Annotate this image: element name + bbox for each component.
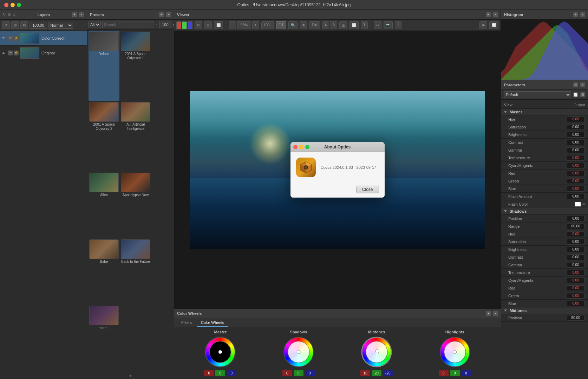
params-doc-icon[interactable]: 📄 [573,92,578,97]
param-shadows-green-input[interactable] [567,293,584,299]
layer-lock-icon[interactable]: ⚡ [14,36,19,41]
opacity-input[interactable]: 100.00 [30,22,47,29]
histogram-close[interactable]: × [580,12,585,17]
layers-panel-close[interactable]: × [79,12,84,17]
presets-count-input[interactable] [159,21,171,28]
param-brightness-input[interactable] [567,132,584,138]
zoom-out-btn[interactable]: − [229,21,236,29]
tab-colorwheels[interactable]: Color Wheels [197,319,228,327]
presets-panel-close[interactable]: × [166,12,171,17]
wheel-master-circle[interactable] [204,336,236,368]
settings-tool-icon[interactable]: ⊞ [204,21,212,29]
move-tool-icon[interactable]: ✥ [300,21,307,29]
param-shadows-brightness-input[interactable] [567,247,584,252]
blend-mode-select[interactable]: Normal [48,22,73,29]
param-green-input[interactable] [567,178,584,184]
param-shadows-range-input[interactable] [567,224,584,229]
b-btn[interactable]: B [330,21,337,29]
histogram-btn[interactable]: 📊 [489,21,498,29]
undo-btn[interactable]: ↩ [374,21,381,29]
colorwheels-expand[interactable]: + [486,311,491,316]
zoom-tool-icon[interactable]: 🔍 [288,21,298,29]
param-shadows-red-input[interactable] [567,285,584,291]
section-header-master[interactable]: Master [501,109,588,115]
camera-btn[interactable]: 📷 [384,21,393,29]
viewer-value-input[interactable] [261,21,274,29]
param-temperature-input[interactable] [567,155,584,161]
preset-item-default[interactable]: Default [89,31,119,101]
param-shadows-hue-input[interactable] [567,231,584,237]
param-midtones-position-input[interactable] [567,315,584,321]
preset-item-apocalypse[interactable]: Apocalypse Now [120,172,151,238]
split-view-btn[interactable]: ◫ [339,21,347,29]
text-tool-btn[interactable]: T [361,21,368,29]
flash-color-swatch[interactable] [575,202,581,207]
presets-search-input[interactable] [102,21,154,28]
layer-eye-icon-original[interactable]: 👁 [8,51,13,55]
zoom-value[interactable]: 53% [237,21,251,29]
param-hue-input[interactable] [567,117,584,122]
preset-item-ai[interactable]: A.I. Artificial Intelligence [120,101,151,171]
param-shadows-cyan-input[interactable] [567,278,584,283]
preset-item-alien[interactable]: Alien [89,172,119,238]
param-gamma-input[interactable] [567,147,584,153]
layer-item-original[interactable]: 👁 ⚡ Original [0,46,87,60]
layer-tool-reset[interactable]: ↺ [2,21,10,29]
colorwheels-close[interactable]: × [493,311,498,316]
params-expand[interactable]: ⊞ [573,82,578,87]
export-btn[interactable]: ⤴ [395,21,401,29]
channel-r-btn[interactable] [176,21,181,29]
preset-item-back[interactable]: Back to the Future [120,239,151,304]
minimize-button[interactable] [11,3,15,7]
compare-icon[interactable]: ⧉ [195,21,202,29]
params-preset-select[interactable]: Default [504,91,571,98]
monitor-icon[interactable]: ⬜ [214,21,223,29]
layer-lock-icon-original[interactable]: ⚡ [14,51,19,55]
param-shadows-saturation-input[interactable] [567,239,584,245]
close-button[interactable] [4,3,8,7]
param-flash-amount-input[interactable] [567,194,584,199]
modal-close-light[interactable] [293,145,298,149]
viewer-close[interactable]: × [493,12,498,17]
maximize-button[interactable] [17,3,21,7]
layer-item-color-correct[interactable]: 👁 ⚡ Color Correct [0,31,87,46]
zoom-in-btn[interactable]: + [252,21,259,29]
param-shadows-temperature-input[interactable] [567,270,584,275]
eyedropper-icon[interactable]: ✏ [582,202,585,206]
viewer-expand[interactable]: + [486,12,491,17]
param-contrast-input[interactable] [567,140,584,145]
fit-btn[interactable]: FIT [276,21,286,29]
param-blue-input[interactable] [567,186,584,192]
param-saturation-input[interactable] [567,124,584,130]
layers-panel-expand[interactable]: + [72,12,77,17]
param-shadows-position-input[interactable] [567,216,584,221]
section-header-shadows[interactable]: Shadows [501,208,588,215]
layer-tool-settings[interactable]: ⚙ [20,21,28,29]
preset-item-babe[interactable]: Babe [89,239,119,304]
param-shadows-blue-input[interactable] [567,301,584,306]
param-cyan-magenta-input[interactable] [567,163,584,168]
split-view-h-btn[interactable]: ⬜ [349,21,359,29]
section-header-midtones[interactable]: Midtones [501,307,588,314]
param-shadows-gamma-input[interactable] [567,262,584,268]
about-close-button[interactable]: Close [356,186,379,193]
channel-g-btn[interactable] [182,21,187,29]
histogram-expand[interactable]: + [573,12,578,17]
params-copy-icon[interactable]: ⊞ [580,92,585,97]
wheel-shadows-circle[interactable] [283,336,314,368]
layer-tool-grid[interactable]: ⊞ [11,21,19,29]
preset-item-space2[interactable]: 2001 A Space Odyssey 2 [89,101,119,171]
param-shadows-contrast-input[interactable] [567,254,584,260]
wheel-midtones-circle[interactable] [361,336,392,368]
presets-category-select[interactable]: All [89,21,101,28]
param-red-input[interactable] [567,171,584,176]
preset-item-more[interactable]: more... [89,305,119,371]
params-close[interactable]: × [580,82,585,87]
preset-item-space1[interactable]: 2001 A Space Odyssey 1 [120,31,151,101]
wheel-highlights-circle[interactable] [439,336,471,368]
crosshair-btn[interactable]: ⊕ [479,21,487,29]
presets-panel-expand[interactable]: + [159,12,164,17]
search-clear-icon[interactable]: × [156,22,158,26]
a-btn[interactable]: A [322,21,329,29]
tab-filters[interactable]: Filters [177,319,196,327]
